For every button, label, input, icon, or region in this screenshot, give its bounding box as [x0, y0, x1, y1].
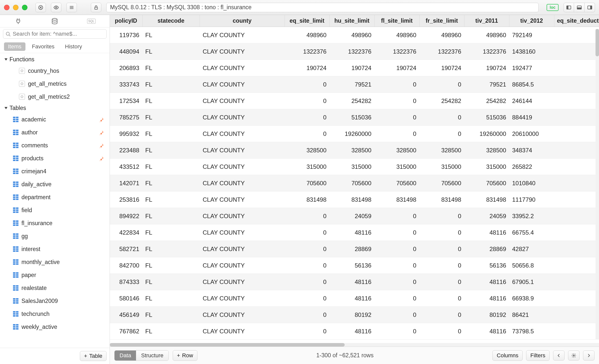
cell-fr_site_limit[interactable]: 0 [419, 208, 464, 224]
cell-hu_site_limit[interactable]: 705600 [329, 175, 374, 191]
cell-hu_site_limit[interactable]: 48116 [329, 274, 374, 290]
sidebar-item-get_all_metrics2[interactable]: get_all_metrics2 [1, 90, 109, 103]
cell-statecode[interactable]: FL [142, 142, 200, 159]
plug-icon[interactable] [14, 17, 22, 25]
cell-fl_site_limit[interactable]: 831498 [374, 191, 419, 208]
cell-eq_site_deductible[interactable] [554, 142, 599, 159]
cell-eq_site_limit[interactable]: 0 [285, 224, 329, 241]
table-row[interactable]: 767862FLCLAY COUNTY048116004811673798.5 [110, 323, 599, 340]
database-icon[interactable] [51, 17, 59, 25]
cell-statecode[interactable]: FL [142, 175, 200, 191]
cell-eq_site_limit[interactable]: 0 [285, 290, 329, 307]
cell-fr_site_limit[interactable]: 0 [419, 109, 464, 126]
cell-statecode[interactable]: FL [142, 290, 200, 307]
close-window-icon[interactable] [4, 5, 9, 10]
cell-fr_site_limit[interactable]: 0 [419, 307, 464, 323]
cell-tiv_2012[interactable]: 265822 [509, 159, 554, 175]
cell-fr_site_limit[interactable]: 315000 [419, 159, 464, 175]
table-row[interactable]: 580146FLCLAY COUNTY048116004811666938.9 [110, 290, 599, 307]
cell-county[interactable]: CLAY COUNTY [200, 43, 285, 60]
cell-fr_site_limit[interactable]: 498960 [419, 27, 464, 43]
cell-policyID[interactable]: 119736 [110, 27, 142, 43]
cell-statecode[interactable]: FL [142, 60, 200, 76]
cell-tiv_2012[interactable]: 246144 [509, 93, 554, 109]
cell-tiv_2012[interactable]: 1117790 [509, 191, 554, 208]
cell-eq_site_limit[interactable]: 0 [285, 241, 329, 257]
cell-tiv_2011[interactable]: 831498 [464, 191, 509, 208]
cell-eq_site_limit[interactable]: 0 [285, 208, 329, 224]
cell-eq_site_deductible[interactable] [554, 159, 599, 175]
cell-policyID[interactable]: 333743 [110, 76, 142, 93]
table-row[interactable]: 456149FLCLAY COUNTY080192008019286421 [110, 307, 599, 323]
cell-policyID[interactable]: 223488 [110, 142, 142, 159]
column-header-eq_site_limit[interactable]: eq_site_limit [285, 15, 329, 27]
cell-county[interactable]: CLAY COUNTY [200, 27, 285, 43]
cell-hu_site_limit[interactable]: 190724 [329, 60, 374, 76]
cell-tiv_2012[interactable]: 884419 [509, 109, 554, 126]
cell-tiv_2011[interactable]: 56136 [464, 257, 509, 274]
toggle-sidebar-button[interactable] [66, 3, 77, 12]
cell-fl_site_limit[interactable]: 0 [374, 274, 419, 290]
tab-history[interactable]: History [61, 42, 86, 51]
cell-policyID[interactable]: 206893 [110, 60, 142, 76]
preview-button[interactable] [51, 3, 61, 12]
cell-statecode[interactable]: FL [142, 274, 200, 290]
cell-policyID[interactable]: 995932 [110, 126, 142, 142]
cell-county[interactable]: CLAY COUNTY [200, 60, 285, 76]
cell-eq_site_limit[interactable]: 328500 [285, 142, 329, 159]
cell-policyID[interactable]: 580146 [110, 290, 142, 307]
sidebar-item-products[interactable]: products [1, 152, 109, 165]
cell-statecode[interactable]: FL [142, 109, 200, 126]
cell-statecode[interactable]: FL [142, 43, 200, 60]
cell-eq_site_deductible[interactable]: 1411 [554, 175, 599, 191]
cell-fr_site_limit[interactable]: 328500 [419, 142, 464, 159]
cell-tiv_2012[interactable]: 50656.8 [509, 257, 554, 274]
sidebar-item-comments[interactable]: comments [1, 139, 109, 152]
cell-tiv_2012[interactable]: 66938.9 [509, 290, 554, 307]
cell-fl_site_limit[interactable]: 0 [374, 224, 419, 241]
cell-county[interactable]: CLAY COUNTY [200, 109, 285, 126]
cell-tiv_2011[interactable]: 24059 [464, 208, 509, 224]
cell-fl_site_limit[interactable]: 328500 [374, 142, 419, 159]
cell-fl_site_limit[interactable]: 0 [374, 257, 419, 274]
cell-tiv_2011[interactable]: 190724 [464, 60, 509, 76]
cell-statecode[interactable]: FL [142, 191, 200, 208]
cell-policyID[interactable]: 172534 [110, 93, 142, 109]
cell-tiv_2011[interactable]: 48116 [464, 323, 509, 340]
cell-eq_site_deductible[interactable] [554, 257, 599, 274]
cell-policyID[interactable]: 253816 [110, 191, 142, 208]
cell-eq_site_limit[interactable]: 0 [285, 93, 329, 109]
cell-hu_site_limit[interactable]: 48116 [329, 323, 374, 340]
cell-tiv_2011[interactable]: 80192 [464, 307, 509, 323]
cell-tiv_2011[interactable]: 315000 [464, 159, 509, 175]
cell-tiv_2012[interactable]: 192477 [509, 60, 554, 76]
cell-policyID[interactable]: 767862 [110, 323, 142, 340]
cell-fr_site_limit[interactable]: 190724 [419, 60, 464, 76]
seg-data-button[interactable]: Data [115, 351, 136, 361]
cell-eq_site_deductible[interactable] [554, 224, 599, 241]
cell-tiv_2012[interactable]: 792149 [509, 27, 554, 43]
columns-button[interactable]: Columns [492, 350, 523, 361]
cell-fl_site_limit[interactable]: 315000 [374, 159, 419, 175]
cell-tiv_2012[interactable]: 1438160 [509, 43, 554, 60]
cell-eq_site_deductible[interactable] [554, 109, 599, 126]
cell-fr_site_limit[interactable]: 0 [419, 257, 464, 274]
cell-tiv_2011[interactable]: 28869 [464, 241, 509, 257]
cell-fl_site_limit[interactable]: 0 [374, 126, 419, 142]
cell-tiv_2012[interactable]: 67905.1 [509, 274, 554, 290]
cell-eq_site_limit[interactable]: 0 [285, 126, 329, 142]
cell-hu_site_limit[interactable]: 80192 [329, 307, 374, 323]
cell-fl_site_limit[interactable]: 498960 [374, 27, 419, 43]
cell-fl_site_limit[interactable]: 0 [374, 241, 419, 257]
cell-policyID[interactable]: 582721 [110, 241, 142, 257]
cell-county[interactable]: CLAY COUNTY [200, 159, 285, 175]
sidebar-item-get_all_metrics[interactable]: get_all_metrics [1, 77, 109, 90]
column-header-statecode[interactable]: statecode [142, 15, 200, 27]
sidebar-item-paper[interactable]: paper [1, 269, 109, 281]
cell-county[interactable]: CLAY COUNTY [200, 274, 285, 290]
cell-eq_site_limit[interactable]: 190724 [285, 60, 329, 76]
cell-policyID[interactable]: 422834 [110, 224, 142, 241]
pane-bottom-button[interactable] [574, 3, 585, 12]
cell-tiv_2012[interactable]: 33952.2 [509, 208, 554, 224]
vertical-scrollbar[interactable] [596, 29, 599, 340]
